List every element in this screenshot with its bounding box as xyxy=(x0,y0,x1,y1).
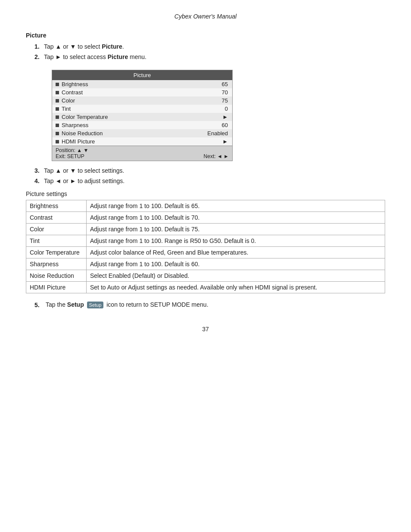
step-5-num: 5. xyxy=(34,302,44,308)
menu-item: Contrast 70 xyxy=(52,88,232,96)
footer-position: Position: ▲ ▼ xyxy=(56,147,229,153)
menu-bullet xyxy=(56,140,59,143)
page-header: Cybex Owner's Manual xyxy=(26,13,385,20)
setting-description: Adjust color balance of Red, Green and B… xyxy=(87,247,385,258)
step-1-text: Tap ▲ or ▼ to select Picture. xyxy=(44,43,124,50)
menu-item-value: 65 xyxy=(222,81,228,87)
step-3-num: 3. xyxy=(34,167,44,174)
setting-name: Contrast xyxy=(26,212,87,224)
footer-nav: Exit: SETUP Next: ◄ ► xyxy=(56,153,229,159)
setting-name: Noise Reduction xyxy=(26,270,87,282)
settings-intro: Picture settings xyxy=(26,190,385,197)
table-row: Noise Reduction Select Enabled (Default)… xyxy=(26,270,385,282)
menu-item-name: Brightness xyxy=(56,81,88,87)
menu-item: Noise Reduction Enabled xyxy=(52,129,232,137)
setting-description: Select Enabled (Default) or Disabled. xyxy=(87,270,385,282)
instructions-list-2: 3. Tap ▲ or ▼ to select settings. 4. Tap… xyxy=(34,167,385,184)
page-number: 37 xyxy=(26,326,385,333)
menu-item-name: Color Temperature xyxy=(56,114,108,120)
menu-item-value: 70 xyxy=(222,89,228,96)
step-2: 2. Tap ► to select access Picture menu. xyxy=(34,53,385,60)
picture-menu-footer: Position: ▲ ▼ Exit: SETUP Next: ◄ ► xyxy=(52,146,232,161)
section-title: Picture xyxy=(26,32,385,39)
table-row: Tint Adjust range from 1 to 100. Range i… xyxy=(26,235,385,247)
setting-name: HDMI Picture xyxy=(26,282,87,293)
step-3: 3. Tap ▲ or ▼ to select settings. xyxy=(34,167,385,174)
instructions-list: 1. Tap ▲ or ▼ to select Picture. 2. Tap … xyxy=(34,43,385,60)
setup-icon: Setup xyxy=(87,302,104,308)
menu-item-value: 60 xyxy=(222,122,228,128)
menu-item: Brightness 65 xyxy=(52,80,232,88)
step-4: 4. Tap ◄ or ► to adjust settings. xyxy=(34,177,385,184)
step-3-text: Tap ▲ or ▼ to select settings. xyxy=(44,167,124,174)
table-row: Color Adjust range from 1 to 100. Defaul… xyxy=(26,224,385,235)
table-row: Sharpness Adjust range from 1 to 100. De… xyxy=(26,258,385,270)
menu-item-value: 75 xyxy=(222,97,228,104)
menu-item-name: Color xyxy=(56,97,75,104)
step-1: 1. Tap ▲ or ▼ to select Picture. xyxy=(34,43,385,50)
menu-item: Color 75 xyxy=(52,96,232,105)
setting-name: Tint xyxy=(26,235,87,247)
step-2-num: 2. xyxy=(34,53,44,60)
menu-item: Sharpness 60 xyxy=(52,121,232,129)
header-title: Cybex Owner's Manual xyxy=(174,13,237,20)
menu-item-name: HDMI Picture xyxy=(56,138,95,145)
picture-menu: Picture Brightness 65 Contrast 70 Color … xyxy=(52,70,233,161)
table-row: Color Temperature Adjust color balance o… xyxy=(26,247,385,258)
setting-name: Brightness xyxy=(26,200,87,212)
menu-item: Tint 0 xyxy=(52,105,232,113)
menu-bullet xyxy=(56,115,59,119)
setting-name: Sharpness xyxy=(26,258,87,270)
menu-item-name: Sharpness xyxy=(56,122,88,128)
step-4-num: 4. xyxy=(34,177,44,184)
setting-description: Adjust range from 1 to 100. Range is R50… xyxy=(87,235,385,247)
setting-description: Adjust range from 1 to 100. Default is 7… xyxy=(87,212,385,224)
footer-exit: Exit: SETUP xyxy=(56,153,84,159)
menu-bullet xyxy=(56,99,59,103)
menu-bullet xyxy=(56,91,59,94)
menu-item-value: 0 xyxy=(225,106,228,112)
footer-next: Next: ◄ ► xyxy=(204,153,229,159)
picture-menu-header: Picture xyxy=(52,70,232,80)
menu-items: Brightness 65 Contrast 70 Color 75 Tint … xyxy=(52,80,232,146)
setting-description: Adjust range from 1 to 100. Default is 6… xyxy=(87,258,385,270)
setting-description: Adjust range from 1 to 100. Default is 6… xyxy=(87,200,385,212)
menu-item-value: Enabled xyxy=(207,130,228,137)
menu-item-name: Noise Reduction xyxy=(56,130,103,137)
menu-item: Color Temperature ► xyxy=(52,113,232,121)
menu-bullet xyxy=(56,83,59,86)
setting-name: Color Temperature xyxy=(26,247,87,258)
step-4-text: Tap ◄ or ► to adjust settings. xyxy=(44,177,125,184)
table-row: Contrast Adjust range from 1 to 100. Def… xyxy=(26,212,385,224)
table-row: Brightness Adjust range from 1 to 100. D… xyxy=(26,200,385,212)
menu-item: HDMI Picture ► xyxy=(52,137,232,146)
step-5-text: Tap the Setup Setup icon to return to SE… xyxy=(46,301,209,308)
step-1-num: 1. xyxy=(34,43,44,50)
menu-item-name: Tint xyxy=(56,106,71,112)
menu-bullet xyxy=(56,132,59,135)
menu-bullet xyxy=(56,107,59,111)
step-2-text: Tap ► to select access Picture menu. xyxy=(44,53,146,60)
setting-name: Color xyxy=(26,224,87,235)
step-5: 5. Tap the Setup Setup icon to return to… xyxy=(34,301,385,308)
menu-item-value: ► xyxy=(222,114,228,120)
picture-menu-container: Picture Brightness 65 Contrast 70 Color … xyxy=(52,70,233,161)
setting-description: Set to Auto or Adjust settings as needed… xyxy=(87,282,385,293)
menu-item-value: ► xyxy=(222,138,228,145)
table-row: HDMI Picture Set to Auto or Adjust setti… xyxy=(26,282,385,293)
setting-description: Adjust range from 1 to 100. Default is 7… xyxy=(87,224,385,235)
menu-item-name: Contrast xyxy=(56,89,83,96)
menu-bullet xyxy=(56,124,59,127)
settings-table: Brightness Adjust range from 1 to 100. D… xyxy=(26,200,385,293)
